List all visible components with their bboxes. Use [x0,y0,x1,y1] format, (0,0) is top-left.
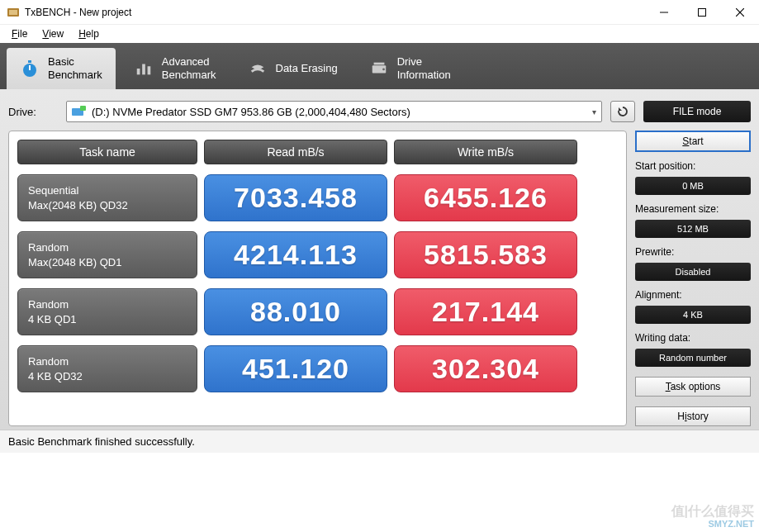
task-name-cell: Random 4 KB QD32 [17,345,197,392]
svg-rect-3 [699,8,706,16]
erase-icon [248,59,268,78]
measurement-size-value[interactable]: 512 MB [635,220,751,238]
write-value: 6455.126 [394,174,577,221]
prewrite-label: Prewrite: [635,246,751,258]
svg-rect-7 [28,60,31,63]
minimize-button[interactable] [645,0,683,25]
start-position-label: Start position: [635,160,751,172]
tab-label: DriveInformation [397,55,451,81]
task-name-cell: Random 4 KB QD1 [17,288,197,335]
task-name-cell: Sequential Max(2048 KB) QD32 [17,174,197,221]
svg-rect-9 [137,69,140,74]
tab-data-erasing[interactable]: Data Erasing [235,48,351,89]
menu-help[interactable]: Help [72,26,106,41]
header-write: Write mB/s [394,140,577,164]
close-button[interactable] [721,0,759,25]
svg-rect-1 [9,10,17,15]
watermark: 值|什么值得买 SMYZ.NET [671,504,754,529]
drive-select[interactable]: (D:) NVMe Predator SSD GM7 953.86 GB (2,… [66,101,602,122]
result-row: Random 4 KB QD1 88.010 217.144 [17,288,618,335]
write-value: 217.144 [394,288,577,335]
tab-advanced-benchmark[interactable]: AdvancedBenchmark [121,48,230,89]
chevron-down-icon: ▾ [592,107,596,116]
start-position-value[interactable]: 0 MB [635,177,751,195]
svg-rect-11 [147,66,150,74]
header-read: Read mB/s [204,140,387,164]
result-row: Random 4 KB QD32 451.120 302.304 [17,345,618,392]
alignment-label: Alignment: [635,289,751,301]
writing-data-value[interactable]: Random number [635,349,751,367]
benchmark-results-panel: Task name Read mB/s Write mB/s Sequentia… [8,131,627,426]
start-button[interactable]: Start [635,131,751,152]
task-options-button[interactable]: Task options [635,377,751,397]
drive-selected-text: (D:) NVMe Predator SSD GM7 953.86 GB (2,… [92,106,410,118]
task-name-cell: Random Max(2048 KB) QD1 [17,231,197,278]
drive-label: Drive: [8,106,58,118]
write-value: 302.304 [394,345,577,392]
svg-point-13 [382,69,385,71]
alignment-value[interactable]: 4 KB [635,306,751,324]
svg-rect-10 [142,64,145,75]
tab-drive-information[interactable]: DriveInformation [356,48,464,89]
app-icon [7,6,20,19]
writing-data-label: Writing data: [635,332,751,344]
history-button[interactable]: History [635,406,751,426]
result-row: Random Max(2048 KB) QD1 4214.113 5815.58… [17,231,618,278]
measurement-size-label: Measurement size: [635,203,751,215]
drive-icon [369,59,389,78]
read-value: 451.120 [204,345,387,392]
svg-rect-16 [80,106,86,111]
write-value: 5815.583 [394,231,577,278]
prewrite-value[interactable]: Disabled [635,263,751,281]
window-title: TxBENCH - New project [25,7,645,18]
read-value: 4214.113 [204,231,387,278]
status-bar: Basic Benchmark finished successfully. [0,430,759,453]
disk-icon [72,106,87,117]
refresh-button[interactable] [610,101,635,122]
header-task-name: Task name [17,140,197,164]
menu-view[interactable]: View [36,26,70,41]
tab-label: Data Erasing [276,62,338,75]
tab-label: AdvancedBenchmark [162,55,216,81]
bars-icon [134,59,154,78]
menu-file[interactable]: File [5,26,34,41]
maximize-button[interactable] [683,0,721,25]
tab-basic-benchmark[interactable]: BasicBenchmark [7,48,116,89]
read-value: 7033.458 [204,174,387,221]
svg-rect-14 [373,63,384,65]
file-mode-button[interactable]: FILE mode [643,101,751,122]
read-value: 88.010 [204,288,387,335]
tab-label: BasicBenchmark [48,55,102,81]
result-row: Sequential Max(2048 KB) QD32 7033.458 64… [17,174,618,221]
stopwatch-icon [20,59,40,78]
